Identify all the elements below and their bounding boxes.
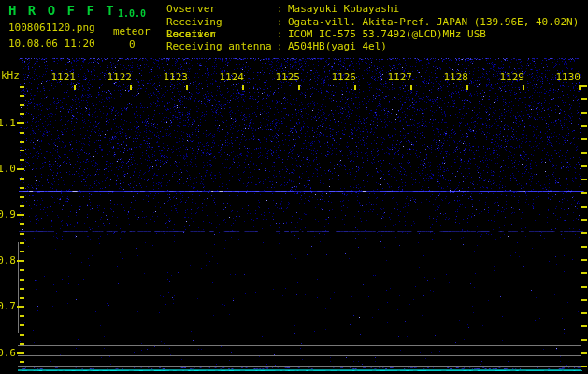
info-row-antenna: Receiving antenna:A504HB(yagi 4el) [166,40,387,52]
file-datetime: 10.08.06 11:20 [8,37,95,50]
info-row-observer: Ovserver:Masayuki Kobayashi [166,3,399,15]
meteor-count-value: 0 [129,38,136,50]
info-value: ICOM IC-575 53.7492(@LCD)MHz USB [288,28,486,40]
info-value: A504HB(yagi 4el) [288,40,387,52]
y-tick-label: 0.7 [0,300,16,312]
y-tick-label: 0.9 [0,209,16,221]
x-tick-label: 1124 [216,71,244,83]
x-tick-label: 1130 [552,71,581,83]
x-tick-label: 1122 [104,71,132,83]
meteor-count-label: meteor [113,25,151,37]
info-separator: : [277,28,288,40]
y-tick-label: 0.8 [0,254,16,266]
y-axis-unit-label: kHz [1,69,20,81]
info-row-receiver: Receiver:ICOM IC-575 53.7492(@LCD)MHz US… [166,28,486,40]
info-label: Receiving antenna [166,40,277,52]
hrofft-window: H R O F F T 1.0.0 1008061120.png 10.08.0… [0,0,588,374]
x-tick-label: 1129 [496,71,524,83]
y-tick-label: 1.0 [0,163,16,175]
y-tick-label: 1.1 [0,117,16,129]
info-value: Masayuki Kobayashi [288,3,399,15]
output-filename: 1008061120.png [8,22,95,34]
app-title: H R O F F T [8,5,116,17]
x-tick-label: 1127 [384,71,412,83]
info-label: Receiver [166,28,277,40]
x-tick-label: 1128 [440,71,468,83]
info-label: Ovserver [166,3,277,15]
x-tick-label: 1126 [328,71,356,83]
x-tick-label: 1123 [160,71,188,83]
y-tick-label: 0.6 [0,347,16,359]
spectrogram-canvas [0,0,588,374]
info-separator: : [277,3,288,15]
app-version: 1.0.0 [118,7,146,20]
info-separator: : [277,40,288,52]
x-tick-label: 1125 [272,71,300,83]
x-tick-label: 1121 [48,71,76,83]
